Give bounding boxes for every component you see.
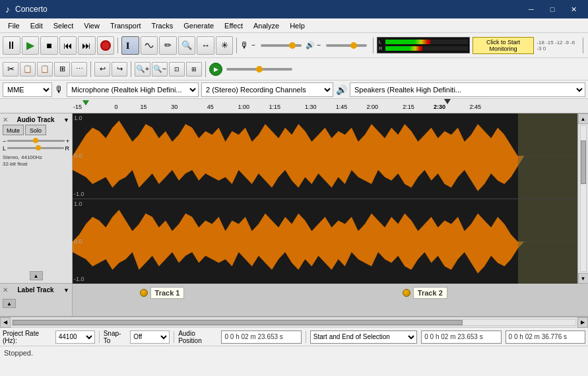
- timeshift-tool-button[interactable]: ↔: [197, 36, 214, 55]
- silence-button[interactable]: ⋯: [71, 62, 87, 77]
- menu-effect[interactable]: Effect: [219, 20, 248, 31]
- stop-button[interactable]: ■: [40, 36, 58, 55]
- monitoring-button[interactable]: Click to Start Monitoring: [473, 37, 535, 54]
- sep4: [583, 38, 583, 53]
- vu-meter-input[interactable]: L R: [377, 37, 470, 53]
- scroll-right-button[interactable]: ▶: [577, 317, 588, 328]
- label-collapse-button[interactable]: ▲: [3, 299, 16, 308]
- label-track-dropdown[interactable]: ▼: [63, 287, 69, 294]
- snap-to-select[interactable]: Off: [130, 330, 170, 344]
- trim-button[interactable]: ⊞: [54, 62, 70, 77]
- multitool-button[interactable]: ✳: [216, 36, 234, 55]
- sep7: [205, 61, 206, 77]
- horizontal-scrollbar[interactable]: ◀ ▶: [0, 317, 588, 327]
- redo-button[interactable]: ↪: [112, 62, 127, 77]
- label-track-area[interactable]: Track 1 Track 2: [73, 284, 588, 316]
- output-device-select[interactable]: Speakers (Realtek High Definiti...: [350, 82, 585, 97]
- pan-row: L R: [3, 144, 69, 152]
- pan-slider[interactable]: [7, 147, 63, 149]
- close-button[interactable]: ✕: [564, 3, 583, 16]
- menu-file[interactable]: File: [3, 20, 25, 31]
- app-title: Concerto: [15, 5, 517, 14]
- track2-pin: [403, 289, 410, 297]
- scroll-left-button[interactable]: ◀: [0, 317, 11, 328]
- track-close-btn[interactable]: ✕: [3, 116, 8, 123]
- gain-slider[interactable]: [7, 140, 64, 142]
- prev-button[interactable]: ⏮: [59, 36, 77, 55]
- cut-button[interactable]: ✂: [3, 62, 18, 77]
- menu-generate[interactable]: Generate: [178, 20, 219, 31]
- menu-tracks[interactable]: Tracks: [147, 20, 179, 31]
- collapse-track-button[interactable]: ▲: [30, 271, 43, 280]
- vertical-scrollbar[interactable]: ▲ ▼: [577, 113, 588, 284]
- zoom-fit-button[interactable]: ⊞: [186, 62, 202, 77]
- ruler-marker-15: 15: [140, 104, 147, 110]
- timeline-ruler[interactable]: -15 0 15 30 45 1:00 1:15 1:30 1:45 2:00 …: [0, 99, 588, 113]
- h-scroll-thumb[interactable]: [13, 320, 463, 325]
- input-volume-slider[interactable]: [261, 44, 301, 47]
- track1-label-marker[interactable]: Track 1: [140, 287, 185, 299]
- label-track-close[interactable]: ✕: [3, 286, 8, 294]
- play-button[interactable]: ▶: [22, 36, 40, 55]
- record-button[interactable]: [97, 36, 115, 55]
- window-controls: ─ □ ✕: [522, 3, 583, 16]
- select-tool-button[interactable]: 𝐈: [121, 36, 139, 55]
- waveform-bottom: 1.0 0.0 -1.0: [73, 199, 577, 284]
- scroll-up-button[interactable]: ▲: [578, 113, 589, 124]
- envelope-tool-button[interactable]: [141, 36, 158, 55]
- sep-status3: [306, 331, 306, 343]
- menu-select[interactable]: Select: [48, 20, 79, 31]
- zoom-out-button[interactable]: 🔍−: [152, 62, 168, 77]
- input-device-select[interactable]: Microphone (Realtek High Defini...: [67, 82, 199, 97]
- menu-help[interactable]: Help: [284, 20, 310, 31]
- waveform-area[interactable]: 1.0 0.0 -1.0 1.0 0.0 -1.0: [73, 113, 577, 284]
- scroll-track[interactable]: [580, 125, 587, 272]
- mute-button[interactable]: Mute: [3, 125, 24, 135]
- app-icon: ♪: [5, 4, 10, 15]
- pan-right-label: R: [65, 145, 70, 152]
- pencil-tool-button[interactable]: ✏: [159, 36, 177, 55]
- zoom-in-button[interactable]: 🔍+: [135, 62, 150, 77]
- play-at-speed-button[interactable]: ▶: [209, 63, 222, 76]
- zoom-sel-button[interactable]: ⊡: [169, 62, 185, 77]
- ruler-marker-45: 45: [207, 104, 214, 110]
- playback-speed-slider[interactable]: [226, 68, 292, 71]
- host-select[interactable]: MME: [3, 82, 52, 97]
- paste-button[interactable]: 📋: [37, 62, 53, 77]
- svg-text:𝐈: 𝐈: [126, 40, 130, 51]
- project-rate-select[interactable]: 44100: [55, 330, 95, 344]
- undo-button[interactable]: ↩: [94, 62, 110, 77]
- ruler-marker-2-45: 2:45: [470, 104, 482, 110]
- label-track-header: ✕ Label Track ▼: [3, 286, 69, 294]
- selection-mode-select[interactable]: Start and End of Selection: [310, 330, 418, 344]
- sel-start-input[interactable]: [421, 330, 501, 344]
- menu-edit[interactable]: Edit: [25, 20, 48, 31]
- ruler-marker-2-30: 2:30: [434, 104, 445, 110]
- channels-select[interactable]: 2 (Stereo) Recording Channels: [201, 82, 333, 97]
- menu-analyze[interactable]: Analyze: [248, 20, 284, 31]
- scroll-down-button[interactable]: ▼: [578, 273, 589, 284]
- next-button[interactable]: ⏭: [78, 36, 96, 55]
- label-track-control: ✕ Label Track ▼ ▲: [0, 284, 73, 316]
- sep1: [117, 38, 118, 53]
- solo-button[interactable]: Solo: [25, 125, 46, 135]
- zoom-tool-button[interactable]: 🔍: [178, 36, 196, 55]
- scroll-thumb[interactable]: [581, 141, 586, 184]
- vu-scale-right: -18 -15 -12 -9 -6 -3 0: [537, 40, 579, 51]
- waveform-section: 1.0 0.0 -1.0 1.0 0.0 -1.0: [73, 113, 588, 284]
- output-volume-slider[interactable]: [326, 44, 366, 47]
- maximize-button[interactable]: □: [543, 3, 562, 16]
- audio-track-name: Audio Track: [8, 116, 63, 123]
- track2-label-marker[interactable]: Track 2: [403, 287, 447, 299]
- audio-track-control: ✕ Audio Track ▼ Mute Solo − + L R: [0, 113, 72, 284]
- h-scroll-track[interactable]: [12, 319, 576, 326]
- sel-end-input[interactable]: [506, 330, 585, 344]
- pause-button[interactable]: ⏸: [3, 36, 20, 55]
- ruler-marker-1-15: 1:15: [269, 104, 280, 110]
- menu-view[interactable]: View: [79, 20, 105, 31]
- minimize-button[interactable]: ─: [522, 3, 540, 16]
- audio-position-input[interactable]: [221, 330, 301, 344]
- track-dropdown-icon[interactable]: ▼: [63, 117, 69, 123]
- menu-transport[interactable]: Transport: [105, 20, 147, 31]
- copy-button[interactable]: 📋: [20, 62, 36, 77]
